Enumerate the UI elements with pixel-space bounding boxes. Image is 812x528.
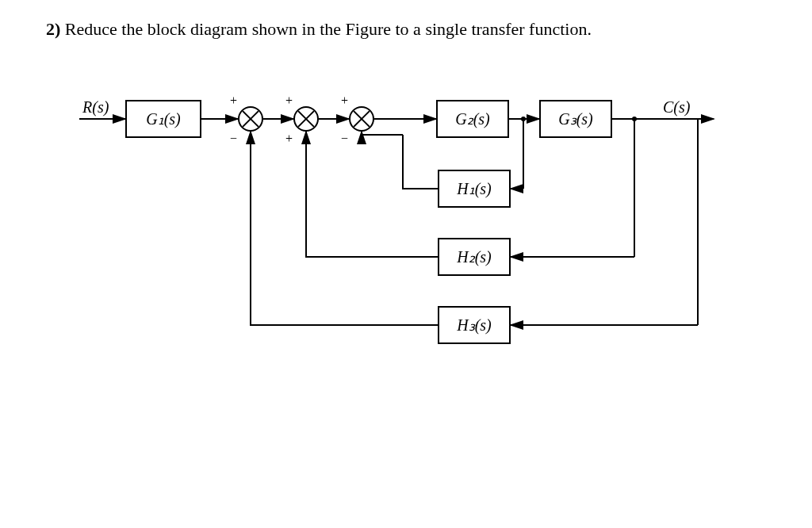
question-body: Reduce the block diagram shown in the Fi… [65, 19, 592, 39]
block-g2: G₂(s) [436, 100, 509, 138]
summer-3 [349, 106, 374, 132]
summer-2-sign-top: + [285, 94, 293, 108]
summer-2-sign-bottom: + [285, 132, 293, 146]
block-g3: G₃(s) [539, 100, 612, 138]
summer-1 [238, 106, 263, 132]
svg-point-14 [521, 117, 526, 121]
summer-3-sign-top: + [341, 94, 348, 108]
summer-1-sign-bottom: − [230, 132, 237, 146]
summer-2 [293, 106, 319, 132]
block-h3: H₃(s) [438, 306, 511, 344]
summer-1-sign-top: + [230, 94, 237, 108]
input-label: R(s) [82, 98, 109, 117]
question-text: 2) Reduce the block diagram shown in the… [46, 19, 592, 40]
question-number: 2) [46, 19, 60, 39]
block-g1: G₁(s) [125, 100, 201, 138]
svg-point-15 [632, 117, 637, 121]
block-h1: H₁(s) [438, 170, 511, 208]
block-h2: H₂(s) [438, 238, 511, 276]
wiring [0, 0, 812, 528]
output-label: C(s) [663, 98, 690, 117]
summer-3-sign-bottom: − [341, 132, 348, 146]
